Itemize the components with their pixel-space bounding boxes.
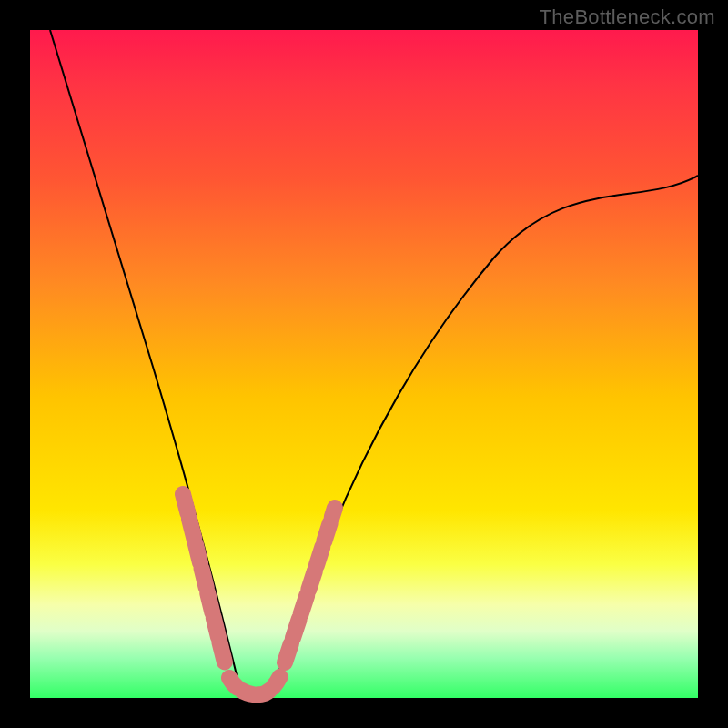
curve-layer (30, 30, 698, 698)
curve-right (272, 176, 698, 689)
plot-area (30, 30, 698, 698)
watermark: TheBottleneck.com (540, 5, 715, 29)
beads-left (183, 494, 225, 662)
beads-valley (229, 676, 280, 694)
chart-frame: TheBottleneck.com (0, 0, 728, 728)
beads-right (285, 508, 335, 662)
